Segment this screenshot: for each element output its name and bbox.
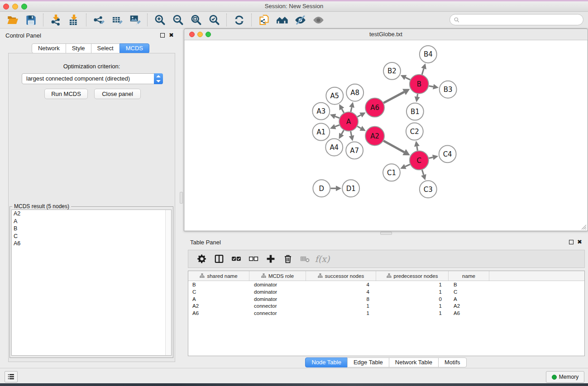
- graph-node-A6[interactable]: A6: [365, 98, 384, 117]
- svg-text:A8: A8: [350, 89, 359, 97]
- zoom-out-icon[interactable]: [169, 13, 187, 27]
- search-input[interactable]: [460, 17, 583, 23]
- tab-style[interactable]: Style: [66, 43, 91, 53]
- import-table-icon[interactable]: [65, 13, 83, 27]
- mcds-result-item[interactable]: A2: [12, 210, 171, 218]
- graph-node-A5[interactable]: A5: [326, 87, 343, 105]
- tab-network-table[interactable]: Network Table: [389, 357, 439, 367]
- graph-node-B2[interactable]: B2: [383, 62, 401, 80]
- table-panel-tabs: Node TableEdge TableNetwork TableMotifs: [184, 357, 588, 367]
- graph-node-A7[interactable]: A7: [346, 142, 363, 159]
- clone-network-icon[interactable]: [255, 13, 273, 27]
- mcds-result-item[interactable]: A6: [12, 240, 171, 248]
- graph-node-C1[interactable]: C1: [383, 164, 400, 181]
- hide-graphics-details-icon[interactable]: [291, 13, 309, 27]
- close-table-panel-icon[interactable]: ✖: [577, 238, 582, 245]
- mcds-result-item[interactable]: C: [12, 233, 171, 240]
- split-columns-icon[interactable]: [213, 253, 225, 265]
- delete-column-icon[interactable]: [282, 253, 294, 265]
- graph-node-A2[interactable]: A2: [365, 127, 384, 146]
- network-zoom-traffic-light[interactable]: [206, 32, 211, 37]
- network-graph[interactable]: B4B2BB3B1A5A8A6A3AA1A2A4A7C2C4CC1C3DD1: [185, 40, 587, 230]
- home-view-icon[interactable]: [273, 13, 291, 27]
- tab-motifs[interactable]: Motifs: [438, 357, 467, 367]
- zoom-selected-icon[interactable]: [205, 13, 223, 27]
- memory-button[interactable]: Memory: [546, 371, 584, 383]
- tab-select[interactable]: Select: [91, 43, 120, 53]
- save-icon[interactable]: [22, 13, 40, 27]
- show-panels-list-button[interactable]: [5, 371, 18, 382]
- result-scrollbar[interactable]: [165, 210, 171, 355]
- tab-mcds[interactable]: MCDS: [120, 43, 149, 53]
- table-row[interactable]: Bdominator41B: [188, 281, 584, 288]
- deselect-all-checkboxes-icon[interactable]: [248, 253, 259, 265]
- zoom-window-traffic-light[interactable]: [21, 4, 27, 10]
- column-header-successor-nodes[interactable]: successor nodes: [306, 271, 376, 281]
- mcds-result-list[interactable]: A2ABCA6: [11, 210, 172, 356]
- zoom-in-icon[interactable]: [151, 13, 169, 27]
- column-header-MCDS-role[interactable]: MCDS role: [249, 271, 306, 281]
- graph-node-A[interactable]: A: [339, 112, 358, 131]
- mcds-result-item[interactable]: A: [12, 218, 171, 225]
- network-minimize-traffic-light[interactable]: [197, 32, 203, 37]
- column-header-predecessor-nodes[interactable]: predecessor nodes: [376, 271, 449, 281]
- zoom-fit-icon[interactable]: [187, 13, 205, 27]
- table-row[interactable]: Adominator80A: [188, 295, 584, 303]
- select-stepper[interactable]: [154, 73, 163, 84]
- mcds-result-item[interactable]: B: [12, 225, 171, 233]
- export-table-icon[interactable]: [108, 13, 126, 27]
- close-panel-icon[interactable]: ✖: [169, 32, 174, 38]
- select-all-checkboxes-icon[interactable]: [230, 253, 242, 265]
- float-table-panel-icon[interactable]: [569, 240, 574, 244]
- table-row[interactable]: A6connector11A6: [188, 310, 584, 317]
- graph-node-C[interactable]: C: [410, 151, 429, 170]
- delete-table-icon[interactable]: [299, 253, 311, 265]
- export-image-icon[interactable]: [126, 13, 144, 27]
- refresh-layout-icon[interactable]: [230, 13, 248, 27]
- graph-node-B1[interactable]: B1: [406, 103, 424, 120]
- graph-node-A8[interactable]: A8: [346, 84, 363, 101]
- graph-node-B4[interactable]: B4: [420, 46, 437, 63]
- network-window-titlebar[interactable]: testGlobe.txt: [184, 29, 588, 40]
- optimization-criterion-select[interactable]: largest connected component (directed): [22, 73, 163, 84]
- add-column-icon[interactable]: [265, 253, 277, 265]
- run-mcds-button[interactable]: Run MCDS: [44, 89, 88, 99]
- graph-node-C2[interactable]: C2: [406, 123, 423, 140]
- close-panel-button[interactable]: Close panel: [94, 89, 141, 99]
- table-cell: B: [449, 281, 489, 288]
- close-window-traffic-light[interactable]: [3, 4, 9, 10]
- function-builder-icon[interactable]: f(x): [316, 253, 328, 265]
- show-graphics-details-icon[interactable]: [309, 13, 327, 27]
- graph-node-A4[interactable]: A4: [325, 138, 343, 156]
- column-header-empty[interactable]: [489, 271, 584, 281]
- minimize-window-traffic-light[interactable]: [12, 4, 18, 10]
- tab-node-table[interactable]: Node Table: [305, 357, 348, 367]
- graph-node-C4[interactable]: C4: [439, 145, 456, 162]
- graph-node-A3[interactable]: A3: [312, 103, 330, 120]
- float-panel-icon[interactable]: [160, 33, 165, 38]
- tab-edge-table[interactable]: Edge Table: [347, 357, 389, 367]
- graph-node-D[interactable]: D: [313, 180, 330, 197]
- export-network-icon[interactable]: [90, 13, 108, 27]
- window-resize-grip[interactable]: [580, 224, 587, 230]
- vertical-splitter-grip[interactable]: [180, 192, 183, 204]
- graph-node-A1[interactable]: A1: [312, 124, 330, 141]
- network-canvas[interactable]: B4B2BB3B1A5A8A6A3AA1A2A4A7C2C4CC1C3DD1: [185, 40, 587, 230]
- graph-node-B3[interactable]: B3: [440, 81, 457, 98]
- open-folder-icon[interactable]: [4, 13, 22, 27]
- graph-node-B[interactable]: B: [410, 75, 429, 94]
- table-row[interactable]: A2connector11A2: [188, 302, 584, 310]
- table-cell: C: [449, 288, 489, 295]
- gear-icon[interactable]: [196, 253, 208, 265]
- search-field[interactable]: [449, 14, 583, 25]
- svg-text:C3: C3: [424, 186, 433, 194]
- graph-node-D1[interactable]: D1: [342, 180, 359, 197]
- network-close-traffic-light[interactable]: [189, 32, 195, 37]
- tab-network[interactable]: Network: [32, 43, 66, 53]
- table-row[interactable]: Cdominator41C: [188, 288, 584, 295]
- import-network-icon[interactable]: [47, 13, 65, 27]
- column-header-shared-name[interactable]: shared name: [188, 271, 249, 281]
- column-header-name[interactable]: name: [449, 271, 489, 281]
- horizontal-splitter-grip[interactable]: [380, 232, 392, 235]
- graph-node-C3[interactable]: C3: [420, 181, 437, 198]
